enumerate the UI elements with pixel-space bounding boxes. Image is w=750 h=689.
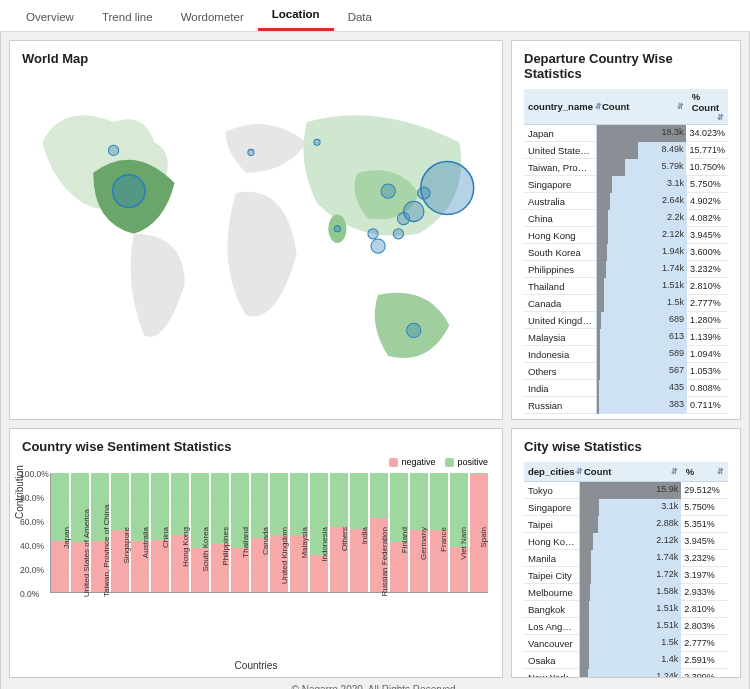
table-row[interactable]: Philippines1.74k3.232%	[524, 261, 728, 278]
table-row[interactable]: Taipei City1.72k3.197%	[524, 567, 728, 584]
count-value: 2.2k	[667, 212, 684, 222]
count-bar	[580, 669, 588, 679]
sort-icon[interactable]: ⇵	[669, 467, 678, 476]
pct-value: 3.945%	[687, 228, 728, 242]
table-row[interactable]: Osaka1.4k2.591%	[524, 652, 728, 669]
europe-region[interactable]	[225, 124, 306, 173]
col-count[interactable]: Count⇵	[580, 462, 682, 481]
x-tick: United States of America	[82, 527, 91, 597]
bubble-korea[interactable]	[418, 187, 430, 199]
table-row[interactable]: Australia2.64k4.902%	[524, 193, 728, 210]
tab-data[interactable]: Data	[334, 3, 386, 31]
table-row[interactable]: Singapore3.1k5.750%	[524, 176, 728, 193]
bubble-australia[interactable]	[407, 323, 421, 337]
bubble-singapore[interactable]	[371, 239, 385, 253]
col-count[interactable]: Count⇵	[598, 89, 688, 124]
africa-region[interactable]	[228, 192, 297, 317]
bubble-india[interactable]	[334, 226, 340, 232]
table-row[interactable]: Malaysia6131.139%	[524, 329, 728, 346]
pct-value: 3.945%	[681, 534, 728, 548]
count-value: 1.74k	[662, 263, 684, 273]
table-row[interactable]: Vancouver1.5k2.777%	[524, 635, 728, 652]
panel-title: City wise Statistics	[524, 439, 728, 454]
col-city[interactable]: dep_cities⇵	[524, 462, 580, 481]
table-row[interactable]: Taipei2.88k5.351%	[524, 516, 728, 533]
count-value: 2.64k	[662, 195, 684, 205]
row-name: Melbourne	[524, 585, 579, 600]
x-tick: Spain	[479, 527, 488, 597]
pct-value: 2.933%	[681, 585, 728, 599]
table-row[interactable]: Russian3830.711%	[524, 397, 728, 414]
count-bar-cell: 1.58k	[579, 584, 682, 601]
count-value: 589	[669, 348, 684, 358]
count-bar-cell: 1.72k	[579, 567, 682, 584]
bubble-japan[interactable]	[421, 162, 474, 215]
table-row[interactable]: Los Angeles1.51k2.803%	[524, 618, 728, 635]
count-value: 8.49k	[661, 144, 683, 154]
world-map[interactable]	[22, 74, 490, 414]
departure-stats-panel: Departure Country Wise Statistics countr…	[511, 40, 741, 420]
positive-segment	[290, 473, 308, 535]
sort-icon[interactable]: ⇵	[715, 467, 724, 476]
table-header: dep_cities⇵ Count⇵ %⇵	[524, 462, 728, 482]
table-row[interactable]: India4350.808%	[524, 380, 728, 397]
bubble-philippines[interactable]	[393, 229, 403, 239]
row-name: Russian	[524, 398, 596, 413]
bubble-china[interactable]	[381, 184, 395, 198]
bubble-thailand[interactable]	[368, 229, 378, 239]
tab-trend-line[interactable]: Trend line	[88, 3, 167, 31]
count-bar	[580, 652, 589, 669]
table-row[interactable]: Singapore3.1k5.750%	[524, 499, 728, 516]
bubble-canada[interactable]	[108, 145, 118, 155]
table-row[interactable]: Japan18.3k34.023%	[524, 125, 728, 142]
table-row[interactable]: Hong Kong2.12k3.945%	[524, 227, 728, 244]
table-row[interactable]: Hong Kong2.12k3.945%	[524, 533, 728, 550]
count-bar	[597, 329, 600, 346]
table-row[interactable]: United States of America8.49k15.771%	[524, 142, 728, 159]
tab-wordometer[interactable]: Wordometer	[167, 3, 258, 31]
x-tick: India	[360, 527, 369, 597]
count-bar	[597, 227, 608, 244]
south-america-region[interactable]	[131, 234, 185, 337]
positive-segment	[350, 473, 368, 529]
table-row[interactable]: Taiwan, Province of China5.79k10.750%	[524, 159, 728, 176]
count-bar-cell: 435	[596, 380, 687, 397]
bubble-hongkong[interactable]	[397, 212, 409, 224]
col-country[interactable]: country_name⇵	[524, 89, 598, 124]
table-row[interactable]: New York1.24k2.309%	[524, 669, 728, 678]
table-row[interactable]: Tokyo15.9k29.512%	[524, 482, 728, 499]
table-row[interactable]: Others5671.053%	[524, 363, 728, 380]
table-row[interactable]: Bangkok1.51k2.810%	[524, 601, 728, 618]
count-bar	[580, 567, 591, 584]
sort-icon[interactable]: ⇵	[715, 113, 724, 122]
page-body: World Map	[0, 32, 750, 689]
pct-value: 2.803%	[681, 619, 728, 633]
table-row[interactable]: United Kingdom6891.280%	[524, 312, 728, 329]
row-name: Vancouver	[524, 636, 579, 651]
table-row[interactable]: South Korea1.94k3.600%	[524, 244, 728, 261]
count-bar-cell: 1.24k	[579, 669, 682, 679]
table-row[interactable]: Melbourne1.58k2.933%	[524, 584, 728, 601]
bubble-russia[interactable]	[314, 139, 320, 145]
col-pct[interactable]: % Count⇵	[688, 89, 728, 124]
count-value: 689	[669, 314, 684, 324]
table-row[interactable]: Thailand1.51k2.810%	[524, 278, 728, 295]
row-name: Tokyo	[524, 483, 579, 498]
row-name: Indonesia	[524, 347, 596, 362]
table-row[interactable]: China2.2k4.082%	[524, 210, 728, 227]
sort-icon[interactable]: ⇵	[675, 102, 684, 111]
col-pct[interactable]: %⇵	[682, 462, 728, 481]
bubble-usa[interactable]	[113, 175, 146, 208]
pct-value: 34.023%	[686, 126, 728, 140]
positive-segment	[111, 473, 129, 530]
positive-segment	[171, 473, 189, 535]
count-value: 383	[669, 399, 684, 409]
tab-overview[interactable]: Overview	[12, 3, 88, 31]
table-row[interactable]: Indonesia5891.094%	[524, 346, 728, 363]
table-row[interactable]: Canada1.5k2.777%	[524, 295, 728, 312]
table-row[interactable]: Manila1.74k3.232%	[524, 550, 728, 567]
count-value: 18.3k	[661, 127, 683, 137]
bubble-uk[interactable]	[248, 149, 254, 155]
tab-location[interactable]: Location	[258, 0, 334, 31]
x-tick: Taiwan, Province of China	[102, 527, 111, 597]
